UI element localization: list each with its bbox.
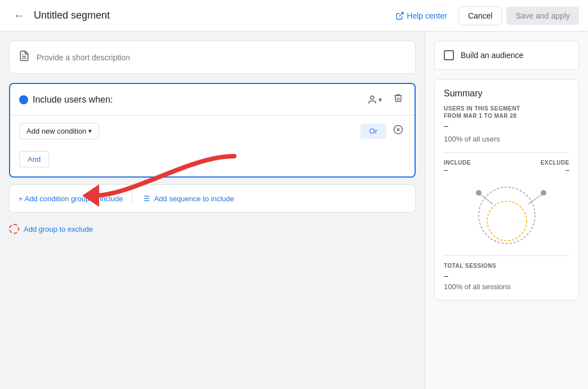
left-panel: Include users when: ▾ xyxy=(0,32,425,389)
add-condition-group-button[interactable]: + Add condition group to include xyxy=(19,192,123,205)
include-col: INCLUDE – xyxy=(444,160,471,174)
right-panel: Build an audience Summary USERS IN THIS … xyxy=(425,32,588,389)
add-condition-group-label: + Add condition group to include xyxy=(19,194,123,203)
total-sessions-value: – xyxy=(444,271,569,280)
back-button[interactable]: ← xyxy=(9,5,29,26)
add-new-condition-button[interactable]: Add new condition ▾ xyxy=(19,123,99,139)
total-sessions-label: TOTAL SESSIONS xyxy=(444,263,569,269)
audience-checkbox[interactable] xyxy=(444,50,454,60)
help-center-label: Help center xyxy=(407,11,447,20)
total-sessions-percent: 100% of all sessions xyxy=(444,282,569,291)
sessions-divider xyxy=(444,255,569,256)
include-exclude-row: INCLUDE – EXCLUDE – xyxy=(444,160,569,174)
users-in-segment-label: USERS IN THIS SEGMENT FROM MAR 1 TO MAR … xyxy=(444,105,569,119)
exclude-dashed-circle-icon xyxy=(9,224,19,234)
page-title: Untitled segment xyxy=(34,10,384,21)
audience-label: Build an audience xyxy=(461,51,523,60)
add-sequence-label: Add sequence to include xyxy=(154,194,234,203)
description-box xyxy=(9,41,416,74)
svg-point-14 xyxy=(479,187,535,244)
user-type-button[interactable]: ▾ xyxy=(363,92,386,107)
exclude-col: EXCLUDE – xyxy=(541,160,569,174)
include-value: – xyxy=(444,166,471,174)
cancel-button[interactable]: Cancel xyxy=(458,6,502,25)
svg-point-3 xyxy=(371,96,374,99)
include-label: INCLUDE xyxy=(444,160,471,166)
chevron-down-icon: ▾ xyxy=(378,96,382,104)
summary-title: Summary xyxy=(444,89,569,99)
save-apply-button[interactable]: Save and apply xyxy=(506,7,579,25)
svg-line-18 xyxy=(480,194,493,204)
condition-row: Add new condition ▾ Or xyxy=(10,116,415,147)
external-link-icon xyxy=(395,11,404,20)
include-header-actions: ▾ xyxy=(363,91,406,108)
help-center-link[interactable]: Help center xyxy=(389,7,454,25)
users-percent: 100% of all users xyxy=(444,135,569,143)
header-actions: Help center Cancel Save and apply xyxy=(389,6,579,25)
exclude-value: – xyxy=(541,166,569,174)
svg-point-15 xyxy=(487,201,527,241)
add-group-row: + Add condition group to include Add seq… xyxy=(9,184,416,213)
main-layout: Include users when: ▾ xyxy=(0,32,588,389)
add-group-exclude-button[interactable]: Add group to exclude xyxy=(24,225,93,233)
include-section: Include users when: ▾ xyxy=(9,83,416,178)
add-condition-label: Add new condition xyxy=(26,127,86,135)
user-icon xyxy=(367,95,377,105)
delete-include-button[interactable] xyxy=(391,91,406,108)
venn-diagram xyxy=(445,179,569,246)
summary-divider xyxy=(444,152,569,153)
summary-section: Summary USERS IN THIS SEGMENT FROM MAR 1… xyxy=(434,79,579,300)
exclude-label: EXCLUDE xyxy=(541,160,569,166)
include-header: Include users when: ▾ xyxy=(10,84,415,116)
vertical-divider xyxy=(132,193,132,204)
audience-card: Build an audience xyxy=(434,41,579,70)
include-title: Include users when: xyxy=(33,95,358,105)
users-value: – xyxy=(444,121,569,130)
svg-line-0 xyxy=(399,12,403,16)
close-circle-icon xyxy=(393,125,403,135)
and-button[interactable]: And xyxy=(19,151,49,167)
or-button[interactable]: Or xyxy=(360,123,386,139)
chevron-down-small-icon: ▾ xyxy=(88,127,92,135)
add-group-row-wrapper: + Add condition group to include Add seq… xyxy=(9,184,416,213)
app-header: ← Untitled segment Help center Cancel Sa… xyxy=(0,0,588,32)
include-dot xyxy=(19,95,28,104)
sequence-icon xyxy=(141,194,150,203)
document-icon xyxy=(19,50,30,64)
description-input[interactable] xyxy=(37,53,406,62)
add-exclude-row: Add group to exclude xyxy=(9,219,416,238)
add-sequence-button[interactable]: Add sequence to include xyxy=(141,192,234,205)
remove-condition-button[interactable] xyxy=(391,122,406,140)
trash-icon xyxy=(393,93,403,103)
back-icon: ← xyxy=(14,9,25,22)
